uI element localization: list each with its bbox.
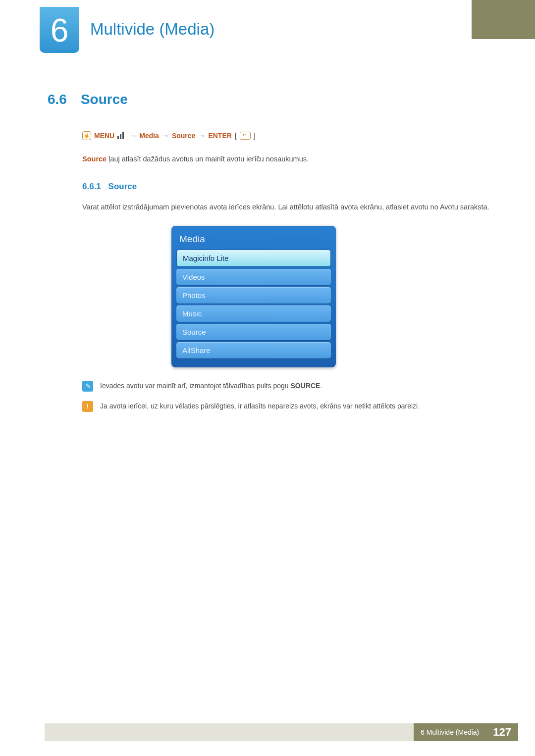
info-note-text: Ievades avotu var mainīt arī, izmantojot…	[100, 380, 322, 391]
menu-item-allshare[interactable]: AllShare	[176, 342, 331, 358]
lead-text: ļauj atlasīt dažādus avotus un mainīt av…	[107, 155, 309, 163]
menu-bars-icon	[117, 132, 126, 139]
menu-item-label: Source	[182, 328, 206, 336]
arrow-icon: →	[162, 132, 169, 140]
footer-bar: 6 Multivide (Media) 127	[45, 723, 518, 741]
pencil-note-icon: ✎	[82, 381, 93, 392]
nav-media-label: Media	[139, 132, 159, 140]
footer-strip	[45, 723, 414, 741]
menu-item-label: Magicinfo Lite	[183, 254, 229, 262]
top-olive-decoration	[472, 0, 535, 39]
bracket-open: [	[235, 132, 237, 140]
footer-chapter-title: Multivide (Media)	[427, 728, 480, 736]
nav-enter-label: ENTER	[208, 132, 231, 140]
note-text-post: .	[320, 382, 322, 390]
chapter-title: Multivide (Media)	[90, 20, 214, 39]
menu-item-source[interactable]: Source	[176, 324, 331, 340]
lead-keyword: Source	[82, 155, 107, 163]
body-paragraph: Varat attēlot izstrādājumam pievienotas …	[82, 201, 493, 214]
icon-glyph: !	[87, 402, 89, 412]
arrow-icon: →	[129, 132, 136, 140]
icon-glyph: ✎	[85, 381, 91, 392]
note-keyword: SOURCE	[290, 382, 320, 390]
menu-item-photos[interactable]: Photos	[176, 287, 331, 303]
section-title: Source	[81, 92, 128, 107]
warning-icon: !	[82, 401, 93, 412]
section-heading: 6.6 Source	[48, 92, 493, 107]
nav-menu-label: MENU	[94, 132, 114, 140]
menu-item-music[interactable]: Music	[176, 305, 331, 322]
menu-item-label: Music	[182, 309, 202, 318]
arrow-icon: →	[198, 132, 205, 140]
remote-icon: ☝	[82, 131, 91, 140]
subsection-heading: 6.6.1 Source	[82, 182, 493, 192]
bracket-close: ]	[254, 132, 256, 140]
warning-note-text: Ja avota ierīcei, uz kuru vēlaties pārsl…	[100, 401, 420, 411]
chapter-number-tab: 6	[40, 7, 79, 53]
nav-source-label: Source	[172, 132, 195, 140]
chapter-number: 6	[51, 11, 69, 49]
info-note: ✎ Ievades avotu var mainīt arī, izmantoj…	[82, 380, 493, 392]
menu-item-label: Videos	[182, 273, 205, 281]
navigation-path: ☝ MENU → Media → Source → ENTER [ ]	[82, 131, 493, 140]
note-text-pre: Ievades avotu var mainīt arī, izmantojot…	[100, 382, 290, 390]
menu-item-videos[interactable]: Videos	[176, 269, 331, 285]
warning-note: ! Ja avota ierīcei, uz kuru vēlaties pār…	[82, 401, 493, 412]
footer-chapter-ref: 6 Multivide (Media)	[414, 723, 486, 741]
footer-page-number: 127	[486, 723, 518, 741]
menu-item-label: Photos	[182, 291, 206, 300]
page-content: 6.6 Source ☝ MENU → Media → Source → ENT…	[48, 92, 493, 421]
enter-key-icon	[240, 132, 251, 140]
subsection-title: Source	[108, 182, 137, 191]
subsection-number: 6.6.1	[82, 182, 101, 191]
lead-paragraph: Source ļauj atlasīt dažādus avotus un ma…	[82, 154, 493, 165]
menu-item-magicinfo-lite[interactable]: Magicinfo Lite	[176, 250, 331, 267]
media-menu-panel: Media Magicinfo Lite Videos Photos Music…	[171, 226, 336, 367]
footer-chapter-num: 6	[421, 728, 425, 736]
section-number: 6.6	[48, 92, 67, 107]
menu-item-label: AllShare	[182, 346, 211, 354]
media-menu-title: Media	[176, 232, 331, 250]
